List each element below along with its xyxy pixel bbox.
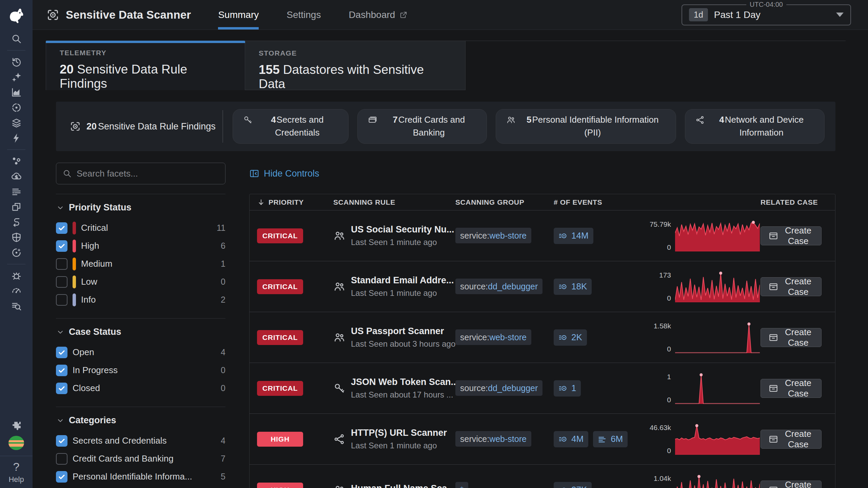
facet-item[interactable]: Open 4 bbox=[56, 343, 225, 361]
facet-item[interactable]: Personal Identifiable Informa... 5 bbox=[56, 468, 225, 486]
event-count-chip[interactable]: 6M bbox=[593, 431, 628, 447]
create-case-button[interactable]: Create Case bbox=[761, 430, 822, 449]
total-findings-filter[interactable]: 20Sensitive Data Rule Findings bbox=[65, 121, 220, 132]
checkbox[interactable] bbox=[56, 240, 67, 252]
checkbox[interactable] bbox=[56, 471, 67, 483]
event-count-chip[interactable]: 14M bbox=[554, 228, 593, 244]
facet-group-header[interactable]: Priority Status bbox=[56, 202, 225, 213]
facet-label[interactable]: Info bbox=[81, 294, 216, 305]
create-case-button[interactable]: Create Case bbox=[761, 481, 822, 488]
column-header-scanning-group[interactable]: Scanning Group bbox=[455, 198, 554, 206]
sparkles-icon[interactable] bbox=[11, 72, 22, 83]
facet-label[interactable]: Personal Identifiable Informa... bbox=[73, 471, 216, 482]
event-count-chip[interactable]: 2K bbox=[554, 329, 587, 346]
facet-item[interactable]: Info 2 bbox=[56, 291, 225, 309]
create-case-button[interactable]: Create Case bbox=[761, 277, 822, 296]
scanning-group-tag[interactable]: source:dd_debugger bbox=[455, 279, 542, 294]
category-pill[interactable]: 5Personal Identifiable Information (PII) bbox=[496, 109, 676, 143]
facet-item[interactable]: Critical 11 bbox=[56, 219, 225, 237]
user-avatar[interactable] bbox=[8, 436, 24, 450]
watchdog-icon[interactable] bbox=[11, 102, 22, 113]
event-count-chip[interactable]: 4M bbox=[554, 431, 588, 447]
checkbox[interactable] bbox=[56, 435, 67, 447]
scanning-rule-name[interactable]: Human Full Name Sca... bbox=[351, 483, 455, 488]
scanning-group-tag[interactable]: service:web-store bbox=[455, 228, 531, 243]
column-header-events[interactable]: # of Events bbox=[554, 198, 649, 206]
tab-storage[interactable]: STORAGE 155Datastores with Sensitive Dat… bbox=[245, 41, 466, 90]
hexagons-icon[interactable] bbox=[11, 156, 22, 167]
category-pill[interactable]: 4Network and Device Information bbox=[685, 109, 825, 143]
metrics-icon[interactable] bbox=[11, 87, 22, 98]
facet-search[interactable] bbox=[56, 163, 225, 184]
scanning-rule-name[interactable]: US Passport Scanner bbox=[351, 326, 455, 337]
search-input[interactable] bbox=[77, 168, 219, 179]
facet-label[interactable]: Medium bbox=[81, 259, 216, 269]
layers-icon[interactable] bbox=[11, 117, 22, 128]
facet-item[interactable]: In Progress 0 bbox=[56, 361, 225, 379]
log-search-icon[interactable] bbox=[11, 301, 22, 312]
column-header-priority[interactable]: Priority bbox=[257, 198, 333, 206]
scanning-group-tag[interactable]: service:web-store bbox=[455, 431, 531, 447]
bug-icon[interactable] bbox=[11, 270, 22, 281]
create-case-button[interactable]: Create Case bbox=[761, 226, 822, 245]
facet-item[interactable]: Secrets and Credentials 4 bbox=[56, 432, 225, 450]
facet-label[interactable]: Closed bbox=[73, 383, 216, 393]
checkbox[interactable] bbox=[56, 222, 67, 234]
gauge-icon[interactable] bbox=[11, 247, 22, 258]
help-label[interactable]: Help bbox=[8, 475, 24, 484]
facet-item[interactable]: High 6 bbox=[56, 237, 225, 255]
event-count-chip[interactable]: 18K bbox=[554, 279, 592, 295]
search-icon[interactable] bbox=[11, 33, 22, 44]
facet-item[interactable]: Low 0 bbox=[56, 273, 225, 291]
puzzle-icon[interactable] bbox=[11, 420, 22, 431]
checkbox[interactable] bbox=[56, 347, 67, 358]
speedometer-icon[interactable] bbox=[11, 285, 22, 297]
event-count-chip[interactable]: 27K bbox=[554, 482, 592, 488]
hide-controls-button[interactable]: Hide Controls bbox=[249, 163, 319, 184]
facet-label[interactable]: Critical bbox=[81, 223, 212, 233]
scanning-rule-name[interactable]: Standard Email Addre... bbox=[351, 275, 454, 286]
column-header-scanning-rule[interactable]: Scanning Rule bbox=[333, 198, 455, 206]
create-case-button[interactable]: Create Case bbox=[761, 379, 822, 398]
bolt-icon[interactable] bbox=[11, 133, 22, 144]
event-count-chip[interactable]: 1 bbox=[554, 380, 581, 396]
scanning-rule-name[interactable]: HTTP(S) URL Scanner bbox=[351, 428, 447, 438]
facet-item[interactable]: Network and Device Informat... 4 bbox=[56, 486, 225, 488]
top-tab[interactable]: Summary bbox=[218, 0, 259, 29]
cloud-cost-icon[interactable] bbox=[11, 171, 22, 182]
facet-group-header[interactable]: Categories bbox=[56, 415, 225, 426]
history-icon[interactable] bbox=[11, 56, 22, 67]
checkbox[interactable] bbox=[56, 258, 67, 270]
category-pill[interactable]: 7Credit Cards and Banking bbox=[357, 109, 487, 143]
category-pill[interactable]: 4Secrets and Credentials bbox=[233, 109, 349, 143]
scanning-group-tag[interactable]: source:dd_debugger bbox=[455, 380, 542, 396]
create-case-button[interactable]: Create Case bbox=[761, 328, 822, 347]
time-range-picker[interactable]: UTC-04:00 1d Past 1 Day bbox=[682, 4, 851, 25]
top-tab[interactable]: Dashboard bbox=[349, 0, 408, 29]
tab-telemetry[interactable]: TELEMETRY 20Sensitive Data Rule Findings bbox=[46, 41, 245, 90]
checkbox[interactable] bbox=[56, 453, 67, 465]
facet-group-header[interactable]: Case Status bbox=[56, 327, 225, 337]
checkbox[interactable] bbox=[56, 276, 67, 288]
scanning-group-tag[interactable]: * bbox=[455, 482, 468, 488]
facet-label[interactable]: Open bbox=[73, 347, 216, 358]
facet-item[interactable]: Medium 1 bbox=[56, 255, 225, 273]
facet-label[interactable]: Low bbox=[81, 277, 216, 287]
logs-icon[interactable] bbox=[11, 186, 22, 197]
column-header-related-case[interactable]: Related Case bbox=[761, 198, 828, 206]
facet-label[interactable]: Secrets and Credentials bbox=[73, 435, 216, 446]
scanning-rule-name[interactable]: US Social Security Nu... bbox=[351, 224, 454, 235]
help-icon[interactable]: ? bbox=[13, 461, 20, 472]
checkbox[interactable] bbox=[56, 365, 67, 376]
apps-icon[interactable] bbox=[11, 201, 22, 212]
top-tab[interactable]: Settings bbox=[287, 0, 321, 29]
facet-label[interactable]: High bbox=[81, 241, 216, 251]
facet-item[interactable]: Credit Cards and Banking 7 bbox=[56, 450, 225, 468]
scanning-group-tag[interactable]: service:web-store bbox=[455, 329, 531, 345]
scanning-rule-name[interactable]: JSON Web Token Scan... bbox=[351, 377, 458, 387]
facet-label[interactable]: In Progress bbox=[73, 365, 216, 375]
facet-item[interactable]: Closed 0 bbox=[56, 379, 225, 397]
workflows-icon[interactable] bbox=[11, 217, 22, 228]
facet-label[interactable]: Credit Cards and Banking bbox=[73, 453, 216, 464]
datadog-logo-icon[interactable] bbox=[0, 0, 33, 31]
